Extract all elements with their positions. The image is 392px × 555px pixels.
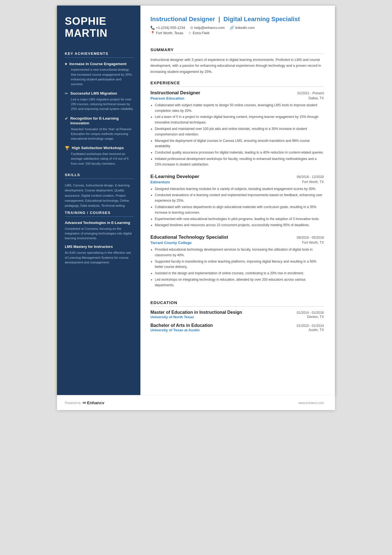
achievement-desc: Facilitated workshops that received an a…	[65, 152, 134, 166]
bullet-item: Designed interactive learning modules fo…	[155, 186, 324, 192]
job-title-part1: Instructional Designer	[150, 16, 215, 23]
title-separator: |	[217, 16, 222, 23]
name-last: MARTIN	[65, 27, 134, 39]
exp-company-row: Tarrant County College Fort Worth, TX	[150, 241, 324, 245]
footer-right: www.enhancv.com	[299, 401, 324, 404]
exp-dates: 01/2021 - Present	[297, 91, 324, 95]
exp-title: Instructional Designer	[150, 90, 200, 96]
edu-header: Master of Education in Instructional Des…	[150, 310, 324, 315]
footer: Powered by ∞ Enhancv www.enhancv.com	[57, 395, 335, 410]
trophy-icon: 🏆	[65, 146, 70, 150]
bullet-item: Conducted quality assurance processes fo…	[155, 150, 324, 156]
exp-item-3: Educational Technology Specialist 09/201…	[150, 235, 324, 289]
exp-bullets: Designed interactive learning modules fo…	[150, 186, 324, 228]
resume: SOPHIE MARTIN KEY ACHIEVEMENTS ♥ Increas…	[57, 6, 335, 395]
email-item: ⊙ help@enhancv.com	[190, 26, 225, 30]
exp-header: Instructional Designer 01/2021 - Present	[150, 90, 324, 96]
exp-item-1: Instructional Designer 01/2021 - Present…	[150, 90, 324, 168]
exp-header: Educational Technology Specialist 09/201…	[150, 235, 324, 240]
website-text: www.enhancv.com	[299, 401, 324, 404]
logo-symbol: ∞	[83, 400, 86, 406]
edu-dates: 01/2010 - 01/2014	[297, 324, 324, 328]
achievements-section: KEY ACHIEVEMENTS ♥ Increase in Course En…	[65, 49, 134, 171]
achievement-item: ✔ Recognition for E-Learning Innovation …	[65, 116, 134, 141]
achievement-desc: Awarded 'Innovator of the Year' at Pears…	[65, 127, 134, 141]
exp-item-2: E-Learning Developer 06/2018 - 12/2020 E…	[150, 174, 324, 229]
bullet-item: Collaborated with subject matter experts…	[155, 103, 324, 114]
exp-company: Pearson Education	[150, 96, 184, 100]
exp-title: Educational Technology Specialist	[150, 235, 228, 240]
name-block: SOPHIE MARTIN	[65, 16, 134, 39]
edu-degree: Bachelor of Arts in Education	[150, 323, 213, 328]
bullet-item: Led a team of 5 in a project to redesign…	[155, 114, 324, 125]
exp-company: Edmentum	[150, 180, 170, 184]
edu-location: Austin, TX	[309, 328, 324, 332]
training-section: TRAINING / COURSES Advanced Technologies…	[65, 208, 134, 269]
edu-school-row: University of Texas at Austin Austin, TX	[150, 328, 324, 332]
skills-text: LMS, Canvas, Instructional design, E-lea…	[65, 183, 134, 208]
achievement-desc: Led a major LMS migration project for ov…	[65, 97, 134, 112]
exp-bullets: Collaborated with subject matter experts…	[150, 103, 324, 167]
summary-text: Instructional designer with 3 years of e…	[150, 57, 324, 75]
bullet-item: Collaborated with various departments to…	[155, 204, 324, 216]
achievement-item: ♥ Increase in Course Engagement Implemen…	[65, 61, 134, 87]
exp-bullets: Provided educational technology developm…	[150, 247, 324, 288]
link-icon: 🔗	[230, 26, 234, 30]
bullet-item: Initiated professional development works…	[155, 156, 324, 167]
brand-name: Enhancv	[87, 400, 105, 405]
location-text: Fort Worth, Texas	[156, 31, 183, 35]
exp-location: Fort Worth, TX	[302, 180, 324, 184]
achievement-desc: Implemented a new instructional strategy…	[65, 67, 134, 87]
skills-section: SKILLS LMS, Canvas, Instructional design…	[65, 171, 134, 208]
sidebar: SOPHIE MARTIN KEY ACHIEVEMENTS ♥ Increas…	[57, 6, 140, 395]
training-desc: Completed at Coursera, focusing on the i…	[65, 226, 134, 241]
achievement-header: ✂ Successful LMS Migration	[65, 91, 134, 96]
experience-title: EXPERIENCE	[150, 80, 324, 87]
achievement-item: 🏆 High Satisfaction Workshops Facilitate…	[65, 145, 134, 166]
contact-row-2: 📍 Fort Worth, Texas ☆ Extra Field	[150, 31, 324, 35]
main-content: Instructional Designer | Digital Learnin…	[140, 6, 335, 395]
achievement-header: ♥ Increase in Course Engagement	[65, 61, 134, 66]
edu-school: University of North Texas	[150, 315, 194, 319]
location-item: 📍 Fort Worth, Texas	[150, 31, 183, 35]
linkedin-item: 🔗 linkedin.com	[230, 26, 254, 30]
check-icon: ✔	[65, 116, 68, 121]
footer-left: Powered by ∞ Enhancv	[65, 400, 104, 406]
exp-dates: 06/2018 - 12/2020	[297, 175, 324, 179]
exp-location: Dallas, TX	[309, 96, 324, 100]
skills-title: SKILLS	[65, 173, 134, 179]
exp-location: Fort Worth, TX	[302, 241, 324, 245]
achievement-title: Recognition for E-Learning Innovation	[70, 116, 134, 126]
achievements-title: KEY ACHIEVEMENTS	[65, 51, 134, 58]
bullet-item: Led workshops on integrating technology …	[155, 277, 324, 288]
exp-dates: 09/2016 - 05/2018	[297, 236, 324, 240]
job-title-part2: Digital Learning Specialist	[224, 16, 300, 23]
extra-item: ☆ Extra Field	[188, 31, 209, 35]
edu-header: Bachelor of Arts in Education 01/2010 - …	[150, 323, 324, 328]
exp-company-row: Edmentum Fort Worth, TX	[150, 180, 324, 184]
resume-wrapper: SOPHIE MARTIN KEY ACHIEVEMENTS ♥ Increas…	[57, 6, 335, 410]
training-item: LMS Mastery for Instructors An EdX cours…	[65, 245, 134, 265]
edu-degree: Master of Education in Instructional Des…	[150, 310, 242, 315]
job-title: Instructional Designer | Digital Learnin…	[150, 16, 324, 23]
achievement-title: Successful LMS Migration	[70, 91, 117, 96]
edu-school-row: University of North Texas Denton, TX	[150, 315, 324, 319]
phone-text: +1-(234)-555-1234	[156, 26, 185, 30]
achievement-header: 🏆 High Satisfaction Workshops	[65, 145, 134, 151]
edu-item-2: Bachelor of Arts in Education 01/2010 - …	[150, 323, 324, 332]
training-title: TRAINING / COURSES	[65, 211, 134, 217]
heart-icon: ♥	[65, 62, 67, 66]
achievement-item: ✂ Successful LMS Migration Led a major L…	[65, 91, 134, 111]
edu-location: Denton, TX	[307, 315, 324, 319]
contact-row: 📞 +1-(234)-555-1234 ⊙ help@enhancv.com 🔗…	[150, 26, 324, 30]
bullet-item: Experimented with new educational techno…	[155, 216, 324, 222]
phone-item: 📞 +1-(234)-555-1234	[150, 26, 185, 30]
achievement-title: Increase in Course Engagement	[69, 61, 126, 66]
edu-dates: 01/2014 - 01/2016	[297, 311, 324, 315]
training-title-text: Advanced Technologies in E-Learning	[65, 221, 134, 225]
main-header: Instructional Designer | Digital Learnin…	[150, 16, 324, 36]
phone-icon: 📞	[150, 26, 155, 30]
training-title-text: LMS Mastery for Instructors	[65, 245, 134, 249]
bullet-item: Conducted evaluations of e-learning cont…	[155, 193, 324, 204]
exp-company-row: Pearson Education Dallas, TX	[150, 96, 324, 100]
